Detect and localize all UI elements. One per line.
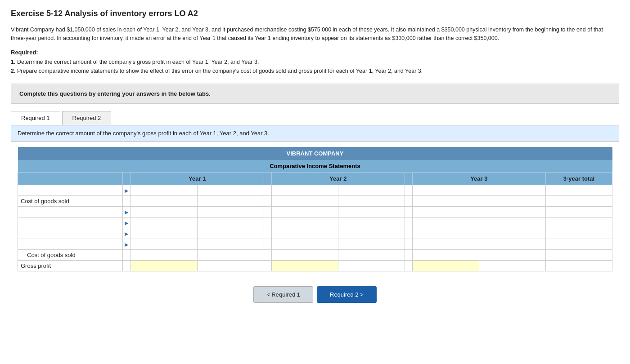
input-field[interactable] — [339, 218, 404, 227]
input-field[interactable] — [547, 240, 611, 249]
input-field[interactable] — [547, 186, 611, 195]
input-y2-r8b[interactable] — [338, 260, 405, 271]
input-y3-r6a[interactable] — [412, 239, 479, 249]
input-field[interactable] — [339, 251, 404, 259]
input-y2-r1a[interactable] — [271, 185, 338, 195]
input-field[interactable] — [414, 229, 478, 238]
input-y2-r6b[interactable] — [338, 239, 405, 249]
input-field[interactable] — [480, 208, 544, 216]
input-y3-r7a[interactable] — [412, 249, 479, 260]
input-y3-r1a[interactable] — [412, 185, 479, 195]
input-field[interactable] — [198, 229, 263, 238]
tab-required-1[interactable]: Required 1 — [11, 111, 60, 125]
prev-button[interactable]: < Required 1 — [253, 286, 313, 303]
input-total-r3[interactable] — [545, 206, 612, 217]
input-total-r6[interactable] — [545, 239, 612, 249]
input-field[interactable] — [132, 262, 196, 270]
input-y3-r3b[interactable] — [479, 206, 545, 217]
input-y3-r4b[interactable] — [479, 217, 545, 228]
input-field[interactable] — [198, 240, 263, 249]
input-field[interactable] — [414, 262, 478, 270]
input-y2-r7a[interactable] — [271, 249, 338, 260]
input-y3-r6b[interactable] — [479, 239, 545, 249]
input-y1-r8a[interactable] — [130, 260, 197, 271]
input-y3-r4a[interactable] — [412, 217, 479, 228]
input-y1-r4a[interactable] — [130, 217, 197, 228]
input-field[interactable] — [273, 218, 337, 227]
input-field[interactable] — [273, 197, 337, 205]
input-field[interactable] — [480, 240, 544, 249]
input-y1-r7b[interactable] — [197, 249, 264, 260]
next-button[interactable]: Required 2 > — [317, 286, 377, 303]
input-field[interactable] — [547, 262, 611, 270]
input-y2-r3a[interactable] — [271, 206, 338, 217]
input-field[interactable] — [273, 262, 337, 270]
input-field[interactable] — [198, 218, 263, 227]
input-field[interactable] — [132, 218, 196, 227]
input-field[interactable] — [547, 251, 611, 259]
input-y3-r3a[interactable] — [412, 206, 479, 217]
input-field[interactable] — [132, 208, 196, 216]
input-field[interactable] — [273, 251, 337, 259]
input-field[interactable] — [414, 208, 478, 216]
input-field[interactable] — [547, 208, 611, 216]
input-field[interactable] — [198, 197, 263, 205]
input-y3-r1b[interactable] — [479, 185, 545, 195]
input-field[interactable] — [414, 240, 478, 249]
input-y1-r2b[interactable] — [197, 195, 264, 206]
input-field[interactable] — [132, 186, 196, 195]
input-field[interactable] — [339, 229, 404, 238]
input-y2-r2b[interactable] — [338, 195, 405, 206]
input-y3-r8b[interactable] — [479, 260, 545, 271]
input-field[interactable] — [480, 186, 544, 195]
input-field[interactable] — [132, 251, 196, 259]
input-field[interactable] — [339, 197, 404, 205]
input-field[interactable] — [414, 186, 478, 195]
input-field[interactable] — [132, 240, 196, 249]
input-field[interactable] — [198, 186, 263, 195]
input-y2-r8a[interactable] — [271, 260, 338, 271]
input-y3-r5a[interactable] — [412, 228, 479, 239]
input-total-r5[interactable] — [545, 228, 612, 239]
input-field[interactable] — [547, 218, 611, 227]
input-y2-r3b[interactable] — [338, 206, 405, 217]
input-y1-r6b[interactable] — [197, 239, 264, 249]
input-y1-r3a[interactable] — [130, 206, 197, 217]
input-y1-r6a[interactable] — [130, 239, 197, 249]
input-field[interactable] — [547, 229, 611, 238]
input-field[interactable] — [273, 229, 337, 238]
input-total-r1[interactable] — [545, 185, 612, 195]
input-field[interactable] — [480, 197, 544, 205]
input-y1-r5b[interactable] — [197, 228, 264, 239]
input-y2-r5a[interactable] — [271, 228, 338, 239]
input-y1-r3b[interactable] — [197, 206, 264, 217]
input-y2-r4b[interactable] — [338, 217, 405, 228]
input-field[interactable] — [132, 197, 196, 205]
input-field[interactable] — [273, 186, 337, 195]
input-y1-r5a[interactable] — [130, 228, 197, 239]
input-field[interactable] — [480, 262, 544, 270]
input-field[interactable] — [198, 251, 263, 259]
input-y3-r8a[interactable] — [412, 260, 479, 271]
input-field[interactable] — [339, 186, 404, 195]
input-y2-r7b[interactable] — [338, 249, 405, 260]
input-field[interactable] — [339, 240, 404, 249]
input-field[interactable] — [414, 251, 478, 259]
input-field[interactable] — [198, 208, 263, 216]
input-field[interactable] — [132, 229, 196, 238]
input-field[interactable] — [198, 262, 263, 270]
input-y1-r1b[interactable] — [197, 185, 264, 195]
input-field[interactable] — [414, 218, 478, 227]
input-field[interactable] — [480, 218, 544, 227]
input-y2-r5b[interactable] — [338, 228, 405, 239]
input-field[interactable] — [273, 240, 337, 249]
input-y1-r2a[interactable] — [130, 195, 197, 206]
input-y2-r4a[interactable] — [271, 217, 338, 228]
input-y3-r7b[interactable] — [479, 249, 545, 260]
input-y1-r1a[interactable] — [130, 185, 197, 195]
input-y2-r1b[interactable] — [338, 185, 405, 195]
input-field[interactable] — [480, 229, 544, 238]
input-field[interactable] — [273, 208, 337, 216]
input-total-r4[interactable] — [545, 217, 612, 228]
input-total-r8[interactable] — [545, 260, 612, 271]
